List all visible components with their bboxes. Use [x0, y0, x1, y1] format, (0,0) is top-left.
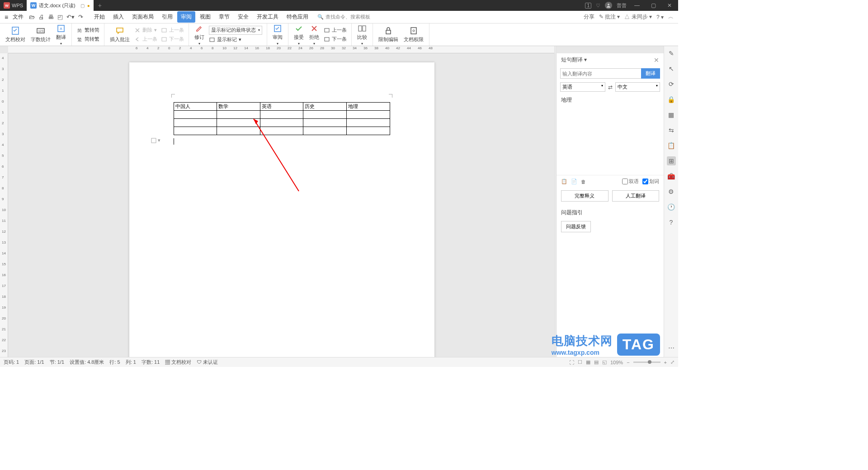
- time-icon[interactable]: 🕐: [667, 202, 676, 212]
- full-definition-button[interactable]: 完整释义: [561, 190, 609, 202]
- section-status[interactable]: 节: 1/1: [50, 359, 64, 366]
- revise-button[interactable]: 修订▾: [192, 23, 207, 47]
- trad-to-simp-button[interactable]: 简繁转简: [76, 26, 99, 34]
- zoom-value[interactable]: 109%: [610, 360, 623, 365]
- accept-button[interactable]: 接受▾: [291, 23, 307, 47]
- source-lang-select[interactable]: 英语 ▾: [560, 82, 605, 92]
- tab-apps[interactable]: 特色应用: [283, 11, 312, 23]
- doc-auth-button[interactable]: 文档权限: [401, 25, 426, 44]
- view-mode-1-icon[interactable]: ☐: [578, 359, 582, 365]
- view-mode-2-icon[interactable]: ▦: [586, 359, 590, 365]
- zoom-in-icon[interactable]: +: [664, 360, 667, 365]
- refresh-icon[interactable]: ⟳: [667, 80, 676, 89]
- user-avatar[interactable]: [605, 2, 612, 9]
- simp-to-trad-button[interactable]: 繁简转繁: [76, 35, 99, 43]
- next-change-button[interactable]: 下一条: [324, 35, 347, 43]
- fullscreen-icon[interactable]: ⛶: [569, 360, 574, 365]
- print-icon[interactable]: 🖶: [48, 14, 54, 20]
- doc-check-status[interactable]: ▦ 文档校对: [165, 359, 191, 366]
- help-sidebar-icon[interactable]: ?: [667, 218, 676, 227]
- segment-checkbox[interactable]: 划词: [642, 178, 659, 185]
- insert-comment-button[interactable]: 插入批注: [107, 25, 132, 44]
- grid-icon[interactable]: ▦: [667, 110, 676, 119]
- tab-section[interactable]: 章节: [215, 11, 233, 23]
- tab-view[interactable]: 视图: [196, 11, 214, 23]
- page-status[interactable]: 页面: 1/1: [24, 359, 44, 366]
- add-tab-button[interactable]: +: [94, 2, 106, 9]
- zoom-out-icon[interactable]: −: [627, 360, 629, 365]
- reject-button[interactable]: 拒绝▾: [307, 23, 322, 47]
- close-pane-icon[interactable]: ✕: [654, 56, 659, 64]
- feedback-button[interactable]: 问题反馈: [561, 221, 591, 232]
- tab-restore-icon[interactable]: ▢: [80, 3, 85, 8]
- tab-insert[interactable]: 插入: [109, 11, 127, 23]
- tab-references[interactable]: 引用: [158, 11, 176, 23]
- save-icon[interactable]: 🖨: [38, 14, 44, 20]
- command-search[interactable]: 🔍 查找命令、搜索模板: [317, 14, 370, 20]
- settings-icon[interactable]: ⚙: [667, 187, 676, 196]
- translate-button[interactable]: 翻译: [641, 68, 660, 79]
- clipboard-icon[interactable]: 📋: [667, 141, 676, 150]
- view-mode-4-icon[interactable]: ◱: [602, 359, 607, 365]
- select-icon[interactable]: ↖: [667, 64, 676, 73]
- table-cell[interactable]: 中国人: [174, 103, 217, 111]
- file-menu[interactable]: 文件: [10, 13, 26, 21]
- prev-comment-button[interactable]: 上一条: [134, 35, 157, 43]
- tab-security[interactable]: 安全: [234, 11, 252, 23]
- tab-review[interactable]: 审阅: [177, 11, 195, 23]
- char-count-status[interactable]: 字数: 11: [142, 359, 160, 366]
- target-lang-select[interactable]: 中文 ▾: [615, 82, 660, 92]
- horizontal-ruler[interactable]: document.write(Array.from({length:28},(_…: [8, 46, 555, 53]
- ribbon-next-button[interactable]: 下一条: [161, 35, 184, 43]
- vertical-ruler[interactable]: document.write(Array.from({length:36},(_…: [0, 53, 8, 357]
- delete-comment-button[interactable]: 删除 ▾: [134, 26, 157, 34]
- page-number-status[interactable]: 页码: 1: [4, 359, 19, 366]
- table-cell[interactable]: 地理: [346, 103, 390, 111]
- translation-input[interactable]: [560, 68, 641, 79]
- swap-lang-icon[interactable]: ⇄: [608, 84, 613, 90]
- badge-icon[interactable]: 1: [585, 3, 591, 9]
- bilingual-checkbox[interactable]: 双语: [622, 178, 639, 185]
- position-status[interactable]: 设置值: 4.8厘米: [70, 359, 104, 366]
- line-status[interactable]: 行: 5: [109, 359, 120, 366]
- table-cell[interactable]: 英语: [260, 103, 303, 111]
- apparel-icon[interactable]: ♡: [596, 3, 600, 9]
- document-tab[interactable]: W 语文.docx (只读) ▢ ●: [27, 0, 94, 11]
- sync-button[interactable]: △ 未同步 ▾: [624, 13, 652, 21]
- tab-developer[interactable]: 开发工具: [253, 11, 282, 23]
- tab-layout[interactable]: 页面布局: [128, 11, 157, 23]
- close-button[interactable]: ✕: [664, 2, 675, 9]
- tab-home[interactable]: 开始: [90, 11, 108, 23]
- comment-button[interactable]: ✎ 批注 ▾: [599, 13, 620, 21]
- more-icon[interactable]: ⋯: [667, 343, 676, 352]
- toolbox-icon[interactable]: 🧰: [667, 172, 676, 181]
- human-translate-button[interactable]: 人工翻译: [612, 190, 660, 202]
- review-button[interactable]: 审阅▾: [270, 23, 285, 47]
- pencil-icon[interactable]: ✎: [667, 49, 676, 58]
- delete-icon[interactable]: 🗑: [581, 179, 586, 184]
- table-cell[interactable]: 历史: [303, 103, 347, 111]
- document-table[interactable]: 中国人 数学 英语 历史 地理: [174, 102, 390, 135]
- table-cell[interactable]: 数学: [217, 103, 260, 111]
- view-mode-3-icon[interactable]: ▤: [594, 359, 599, 365]
- restrict-edit-button[interactable]: 限制编辑: [376, 25, 401, 44]
- compare-button[interactable]: 比较▾: [354, 23, 370, 47]
- preview-icon[interactable]: ◰: [57, 14, 63, 20]
- page[interactable]: 中国人 数学 英语 历史 地理 ▾: [129, 62, 434, 357]
- expand-icon[interactable]: ⤢: [670, 359, 675, 365]
- undo-icon[interactable]: ↶▾: [66, 14, 75, 20]
- markup-state-dropdown[interactable]: 显示标记的最终状态▾: [209, 26, 262, 35]
- zoom-slider[interactable]: [633, 362, 660, 363]
- transfer-icon[interactable]: ⇆: [667, 126, 676, 135]
- column-status[interactable]: 列: 1: [126, 359, 136, 366]
- hamburger-icon[interactable]: ≡: [3, 14, 10, 21]
- share-button[interactable]: 分享: [584, 13, 594, 21]
- lock-icon[interactable]: 🔒: [667, 95, 676, 104]
- show-markup-button[interactable]: 显示标记 ▾: [209, 36, 262, 44]
- help-icon[interactable]: ? ▾: [656, 14, 664, 20]
- translate-pane-icon[interactable]: ⊞: [667, 156, 676, 165]
- copy-icon[interactable]: 📋: [561, 179, 567, 184]
- open-icon[interactable]: 🗁: [29, 14, 35, 20]
- word-count-button[interactable]: 123字数统计: [28, 25, 53, 44]
- page-side-icon[interactable]: ▾: [151, 137, 160, 143]
